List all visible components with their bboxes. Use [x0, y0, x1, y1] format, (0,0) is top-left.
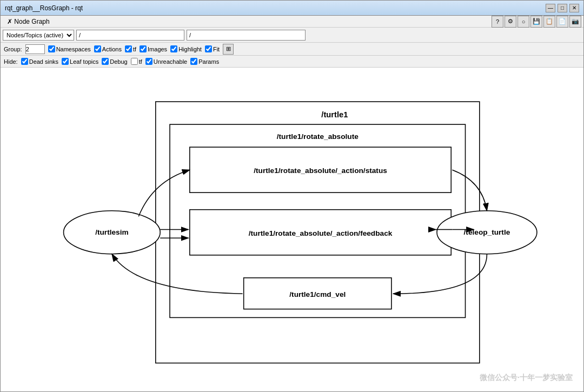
toolbar: Nodes/Topics (active) [1, 28, 583, 43]
images-label: Images [148, 46, 167, 52]
debug-label[interactable]: Debug [102, 58, 127, 65]
unreachable-checkbox[interactable] [145, 58, 152, 65]
filter2-input[interactable] [187, 30, 306, 41]
title-bar: rqt_graph__RosGraph - rqt — □ ✕ [1, 1, 583, 16]
paste-button[interactable]: 📄 [556, 16, 568, 28]
images-checkbox-label[interactable]: Images [140, 45, 167, 52]
hide-bar: Hide: Dead sinks Leaf topics Debug tf Un… [1, 56, 583, 68]
images-checkbox[interactable] [140, 45, 147, 52]
node-graph-menu[interactable]: ✗ Node Graph [3, 17, 54, 26]
fit-label: Fit [213, 46, 220, 52]
unreachable-text: Unreachable [154, 58, 187, 65]
debug-text: Debug [110, 58, 127, 65]
unreachable-label[interactable]: Unreachable [145, 58, 187, 65]
hide-tf-text: tf [139, 58, 142, 65]
params-label[interactable]: Params [190, 58, 219, 65]
leaf-topics-label[interactable]: Leaf topics [62, 58, 98, 65]
dead-sinks-label[interactable]: Dead sinks [21, 58, 58, 65]
save-button[interactable]: 💾 [530, 16, 542, 28]
display-mode-dropdown[interactable]: Nodes/Topics (active) [3, 30, 74, 41]
help-button[interactable]: ? [492, 16, 503, 28]
graph-area[interactable]: /turtle1 /turtle1/rotate_absolute /turtl… [1, 68, 583, 391]
side-toolbar: ? ⚙ ○ 💾 📋 📄 📷 [492, 16, 581, 28]
close-button[interactable]: ✕ [569, 4, 579, 12]
watermark: 微信公众号·十年一梦实验室 [480, 373, 573, 383]
params-checkbox[interactable] [190, 58, 197, 65]
tf-checkbox-label[interactable]: tf [125, 45, 136, 52]
copy-button[interactable]: 📋 [543, 16, 555, 28]
rotate-absolute-label: /turtle1/rotate_absolute [277, 132, 359, 141]
dead-sinks-text: Dead sinks [29, 58, 58, 65]
debug-checkbox[interactable] [102, 58, 109, 65]
menu-bar: ✗ Node Graph ? ⚙ ○ 💾 📋 📄 📷 [1, 16, 583, 28]
controls-bar: Group: Namespaces Actions tf Images High… [1, 43, 583, 56]
actions-checkbox[interactable] [94, 45, 101, 52]
namespaces-label: Namespaces [56, 46, 91, 52]
cmd-vel-label: /turtle1/cmd_vel [289, 290, 346, 298]
main-window: rqt_graph__RosGraph - rqt — □ ✕ ✗ Node G… [0, 0, 584, 392]
hide-label: Hide: [4, 58, 18, 65]
turtlesim-label: /turtlesim [95, 228, 128, 236]
node-graph-icon: ✗ [7, 18, 12, 25]
window-title: rqt_graph__RosGraph - rqt [5, 4, 83, 12]
graph-svg: /turtle1 /turtle1/rotate_absolute /turtl… [1, 68, 583, 391]
dead-sinks-checkbox[interactable] [21, 58, 28, 65]
tf-label: tf [133, 46, 136, 52]
tf-checkbox[interactable] [125, 45, 132, 52]
params-text: Params [198, 58, 219, 65]
filter1-input[interactable] [76, 30, 184, 41]
title-bar-buttons: — □ ✕ [546, 4, 579, 12]
highlight-checkbox[interactable] [170, 45, 177, 52]
action-feedback-label: /turtle1/rotate_absolute/_action/feedbac… [249, 229, 393, 237]
fit-checkbox-label[interactable]: Fit [205, 45, 220, 52]
grid-button[interactable]: ⊞ [223, 44, 234, 55]
node-graph-label: Node Graph [14, 18, 49, 25]
leaf-topics-text: Leaf topics [70, 58, 98, 65]
namespaces-checkbox[interactable] [48, 45, 55, 52]
screenshot-button[interactable]: 📷 [569, 16, 581, 28]
action-status-label: /turtle1/rotate_absolute/_action/status [254, 167, 387, 175]
actions-label: Actions [102, 46, 122, 52]
fit-checkbox[interactable] [205, 45, 212, 52]
group-label: Group: [4, 46, 22, 52]
leaf-topics-checkbox[interactable] [62, 58, 69, 65]
group-spinner[interactable] [25, 44, 45, 54]
settings-button[interactable]: ⚙ [505, 16, 516, 28]
actions-checkbox-label[interactable]: Actions [94, 45, 122, 52]
highlight-checkbox-label[interactable]: Highlight [170, 45, 202, 52]
namespaces-checkbox-label[interactable]: Namespaces [48, 45, 91, 52]
maximize-button[interactable]: □ [558, 4, 567, 12]
highlight-label: Highlight [178, 46, 202, 52]
hide-tf-label[interactable]: tf [131, 58, 142, 65]
pin-button[interactable]: ○ [517, 16, 529, 28]
minimize-button[interactable]: — [546, 4, 555, 12]
hide-tf-checkbox[interactable] [131, 58, 138, 65]
turtle1-label: /turtle1 [321, 110, 348, 119]
